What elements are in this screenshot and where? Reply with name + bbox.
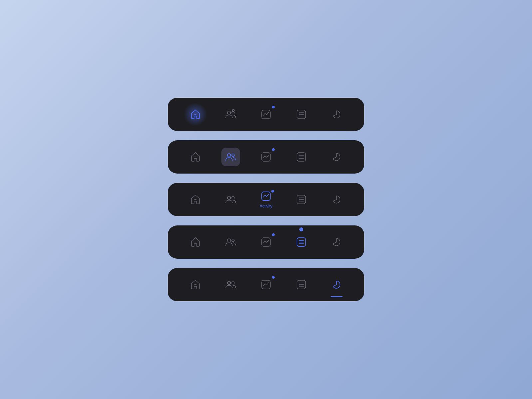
activity-icon bbox=[260, 236, 272, 248]
nav-bar-row5 bbox=[168, 268, 364, 301]
team-icon bbox=[224, 193, 237, 206]
nav-list-row1[interactable] bbox=[291, 104, 311, 124]
activity-icon bbox=[260, 108, 272, 121]
home-icon bbox=[189, 193, 202, 206]
nav-team-row1[interactable] bbox=[221, 104, 241, 124]
dot-indicator bbox=[299, 227, 303, 231]
nav-activity-row4[interactable] bbox=[256, 232, 276, 252]
svg-point-1 bbox=[227, 111, 231, 114]
list-icon bbox=[295, 108, 308, 121]
list-icon bbox=[295, 278, 308, 291]
nav-bar-row3: Activity bbox=[168, 183, 364, 216]
svg-point-28 bbox=[232, 239, 234, 242]
activity-icon bbox=[260, 190, 272, 202]
nav-list-row5[interactable] bbox=[291, 275, 311, 295]
activity-label: Activity bbox=[260, 204, 272, 208]
nav-team-row3[interactable] bbox=[221, 190, 241, 209]
activity-icon bbox=[260, 151, 272, 163]
notif-dot bbox=[271, 190, 274, 193]
home-icon bbox=[189, 236, 202, 248]
nav-pie-row2[interactable] bbox=[327, 147, 347, 167]
nav-bar-row4 bbox=[168, 225, 364, 259]
svg-point-20 bbox=[232, 197, 234, 199]
svg-point-36 bbox=[232, 282, 234, 284]
list-icon bbox=[295, 236, 308, 248]
team-icon bbox=[224, 151, 237, 163]
notif-dot bbox=[272, 148, 275, 151]
nav-home-row3[interactable] bbox=[185, 190, 205, 209]
svg-point-35 bbox=[227, 281, 231, 285]
activity-icon bbox=[260, 278, 272, 291]
pie-icon bbox=[330, 108, 343, 121]
nav-pie-row3[interactable] bbox=[327, 190, 347, 209]
nav-activity-row3[interactable]: Activity bbox=[256, 188, 276, 211]
pie-icon bbox=[330, 193, 343, 206]
home-icon bbox=[189, 278, 202, 291]
nav-activity-row2[interactable] bbox=[256, 147, 276, 167]
notif-dot bbox=[272, 276, 275, 279]
nav-list-row2[interactable] bbox=[291, 147, 311, 167]
svg-point-11 bbox=[227, 154, 231, 157]
home-icon bbox=[189, 108, 202, 121]
nav-list-row4[interactable] bbox=[291, 232, 311, 252]
team-icon bbox=[224, 278, 237, 291]
nav-pie-row5[interactable] bbox=[327, 275, 347, 295]
nav-bar-row2 bbox=[168, 140, 364, 174]
nav-activity-row1[interactable] bbox=[256, 104, 276, 124]
svg-point-19 bbox=[227, 196, 231, 200]
svg-point-2 bbox=[232, 111, 234, 114]
nav-pie-row4[interactable] bbox=[327, 232, 347, 252]
nav-team-row4[interactable] bbox=[221, 232, 241, 252]
pie-icon bbox=[330, 236, 343, 248]
pie-icon bbox=[330, 278, 343, 291]
team-icon bbox=[224, 236, 237, 248]
notif-dot bbox=[272, 106, 275, 108]
svg-point-12 bbox=[232, 154, 234, 157]
nav-home-row4[interactable] bbox=[185, 232, 205, 252]
nav-list-row3[interactable] bbox=[291, 190, 311, 209]
nav-pie-row1[interactable] bbox=[327, 104, 347, 124]
nav-team-row5[interactable] bbox=[221, 275, 241, 295]
pie-icon bbox=[330, 151, 343, 163]
nav-activity-row5[interactable] bbox=[256, 275, 276, 295]
nav-team-row2[interactable] bbox=[221, 147, 241, 167]
list-icon bbox=[295, 151, 308, 163]
home-icon bbox=[189, 151, 202, 163]
list-icon bbox=[295, 193, 308, 206]
nav-bars-container: Activity bbox=[168, 98, 364, 301]
nav-home-row5[interactable] bbox=[185, 275, 205, 295]
team-icon bbox=[224, 108, 237, 121]
nav-home-row2[interactable] bbox=[185, 147, 205, 167]
nav-home-row1[interactable] bbox=[185, 104, 205, 124]
icon-bg bbox=[221, 148, 240, 166]
notif-dot bbox=[272, 233, 275, 236]
nav-bar-row1 bbox=[168, 98, 364, 131]
svg-point-27 bbox=[227, 239, 231, 242]
